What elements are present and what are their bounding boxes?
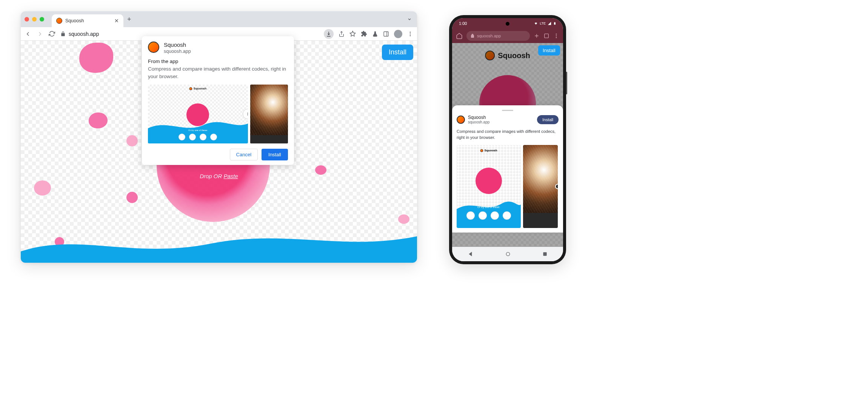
mobile-screenshot-try-text: Or try one of these: — [477, 206, 500, 208]
menu-icon[interactable] — [553, 33, 559, 39]
profile-avatar[interactable] — [394, 30, 402, 38]
mobile-screen: 1:00 LTE squoosh.app Squoosh Instal — [452, 18, 563, 261]
android-nav-bar — [452, 247, 563, 261]
battery-icon — [553, 21, 556, 26]
svg-point-13 — [556, 37, 557, 38]
home-icon[interactable] — [456, 32, 463, 39]
decorative-blob — [79, 43, 113, 73]
tabs-icon[interactable] — [543, 33, 549, 39]
svg-rect-15 — [543, 252, 546, 256]
svg-rect-10 — [545, 34, 549, 38]
compare-slider-icon — [555, 184, 558, 189]
star-icon[interactable] — [349, 31, 356, 37]
tab-favicon-icon — [56, 18, 62, 24]
new-tab-button[interactable]: + — [127, 15, 131, 23]
svg-point-14 — [506, 252, 509, 256]
sheet-handle[interactable] — [502, 110, 513, 111]
extensions-icon[interactable] — [361, 31, 367, 37]
paste-link[interactable]: Paste — [224, 173, 238, 179]
mobile-screenshot-1[interactable]: Squoosh Or try one of these: — [457, 145, 521, 228]
sheet-subtitle: squoosh.app — [468, 120, 534, 124]
svg-point-11 — [556, 34, 557, 35]
new-tab-icon[interactable] — [534, 33, 540, 39]
tab-title: Squoosh — [65, 18, 111, 23]
drop-hint-or: OR — [214, 173, 224, 179]
dialog-description: Compress and compare images with differe… — [148, 65, 288, 80]
screenshot-logo-text: Squoosh — [194, 87, 206, 90]
camera-icon — [506, 22, 509, 26]
cancel-button[interactable]: Cancel — [230, 149, 258, 160]
titlebar: Squoosh ✕ + — [21, 11, 417, 27]
sidepanel-icon[interactable] — [383, 31, 389, 37]
window-controls — [25, 17, 44, 22]
status-network: LTE — [540, 22, 546, 25]
lock-icon — [470, 34, 475, 38]
dialog-title: Squoosh — [164, 42, 191, 48]
install-button[interactable]: Install — [262, 149, 288, 160]
screenshot-try-text: Or try one of these: — [188, 129, 208, 131]
drop-hint: Drop OR Paste — [200, 173, 238, 179]
share-icon[interactable] — [339, 31, 345, 37]
wifi-icon — [534, 22, 538, 25]
svg-point-4 — [410, 33, 411, 34]
desktop-browser-window: Squoosh ✕ + squoosh.app — [21, 11, 417, 263]
signal-icon — [547, 22, 552, 25]
decorative-blob — [398, 214, 409, 224]
forward-button[interactable] — [37, 31, 43, 37]
dialog-subtitle: squoosh.app — [164, 49, 191, 54]
mobile-page-install-button[interactable]: Install — [538, 45, 560, 55]
mobile-screenshot-logo-text: Squoosh — [484, 149, 497, 152]
svg-point-12 — [556, 35, 557, 37]
svg-rect-1 — [384, 32, 388, 36]
decorative-blob — [315, 165, 326, 175]
tabs-chevron-icon[interactable] — [406, 15, 413, 23]
toolbar-right — [324, 29, 413, 39]
install-app-icon[interactable] — [324, 29, 334, 39]
sheet-description: Compress and compare images with differe… — [457, 129, 559, 140]
close-window-icon[interactable] — [25, 17, 29, 22]
svg-rect-6 — [554, 22, 556, 25]
sheet-install-button[interactable]: Install — [537, 115, 559, 124]
dialog-from-label: From the app — [148, 59, 288, 64]
menu-icon[interactable] — [407, 31, 413, 37]
svg-marker-0 — [350, 31, 355, 36]
maximize-window-icon[interactable] — [40, 17, 44, 22]
nav-home-icon[interactable] — [505, 251, 511, 257]
svg-rect-7 — [554, 22, 555, 22]
sheet-title: Squoosh — [468, 115, 534, 120]
mobile-address-bar[interactable]: squoosh.app — [466, 31, 530, 41]
power-button — [566, 72, 567, 94]
decorative-blob — [126, 135, 138, 146]
sheet-app-icon — [457, 116, 465, 124]
nav-recents-icon[interactable] — [542, 251, 548, 257]
status-time: 1:00 — [459, 21, 467, 26]
minimize-window-icon[interactable] — [32, 17, 37, 22]
mobile-url-text: squoosh.app — [477, 34, 501, 38]
mobile-browser-toolbar: squoosh.app — [452, 29, 563, 43]
wave-decoration — [21, 229, 417, 263]
mobile-screenshot-2[interactable] — [523, 145, 558, 228]
close-tab-icon[interactable]: ✕ — [114, 18, 119, 24]
dialog-app-icon — [148, 42, 159, 53]
decorative-blob — [126, 192, 138, 203]
svg-point-3 — [410, 32, 411, 33]
drop-hint-text: Drop — [200, 173, 214, 179]
install-bottom-sheet: Squoosh squoosh.app Install Compress and… — [452, 105, 563, 233]
back-button[interactable] — [25, 31, 31, 37]
screenshot-2[interactable] — [250, 85, 288, 143]
browser-tab[interactable]: Squoosh ✕ — [52, 14, 123, 27]
lock-icon — [60, 31, 66, 37]
install-dialog: Squoosh squoosh.app From the app Compres… — [142, 36, 294, 165]
sheet-screenshots: Squoosh Or try one of these: — [457, 145, 559, 228]
labs-icon[interactable] — [372, 31, 378, 37]
mobile-page-content: Squoosh Install Squoosh squoosh.app Inst… — [452, 43, 563, 247]
decorative-blob — [34, 180, 51, 196]
mobile-device-frame: 1:00 LTE squoosh.app Squoosh Instal — [449, 15, 566, 264]
screenshot-1[interactable]: Squoosh Or try one of these: — [148, 85, 248, 143]
decorative-blob — [89, 112, 108, 128]
page-install-button[interactable]: Install — [382, 45, 413, 60]
reload-button[interactable] — [49, 31, 55, 37]
svg-point-5 — [410, 35, 411, 36]
nav-back-icon[interactable] — [468, 251, 474, 257]
dialog-screenshots: Squoosh Or try one of these: — [148, 85, 288, 143]
